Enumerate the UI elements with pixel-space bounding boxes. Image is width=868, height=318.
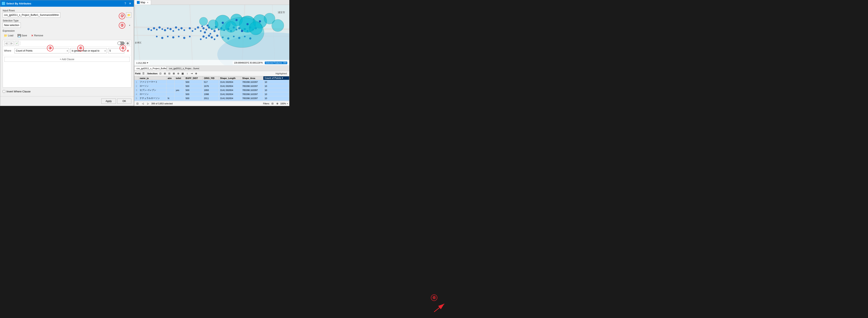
- svg-point-23: [189, 27, 191, 29]
- table-nav-prev[interactable]: ◁: [141, 101, 145, 105]
- remove-clause-button[interactable]: ✕: [125, 49, 130, 53]
- cell-buff-dist: 500: [184, 84, 203, 88]
- table-row[interactable]: 5 ナチュラルローソン N 500 2011 3141.592654 78539…: [134, 96, 289, 100]
- table-tool-btn-9[interactable]: ⇥: [190, 71, 194, 75]
- table-tab-2[interactable]: cvs_jgd2011_s_Projec...SummarizeWithin ✕: [167, 66, 199, 70]
- operator-select-wrapper: is greater than or equal to: [70, 48, 107, 54]
- field-toolbar-label: Field:: [135, 72, 141, 75]
- toggle-switch[interactable]: [117, 41, 125, 45]
- col-atm[interactable]: atm: [166, 76, 175, 80]
- cell-atm: [166, 80, 175, 84]
- svg-point-10: [206, 29, 207, 30]
- cell-orig-fid: 1998: [203, 92, 219, 96]
- selection-type-select[interactable]: New selection: [3, 23, 21, 28]
- col-shape-area[interactable]: Shape_Area: [241, 76, 264, 80]
- input-rows-section: Input Rows cvs_jgd2011_s_Project_Buffer1…: [3, 9, 131, 18]
- svg-point-53: [206, 37, 207, 39]
- expr-validate-btn[interactable]: ✓: [14, 41, 19, 45]
- table-tool-btn-6[interactable]: ⊚: [176, 71, 180, 75]
- col-shape-length[interactable]: Shape_Length: [219, 76, 241, 80]
- load-button[interactable]: 📁 Load: [3, 33, 14, 38]
- value-select[interactable]: 5: [108, 48, 124, 54]
- remove-button[interactable]: ✕ Remove: [30, 33, 44, 38]
- expr-btn-2[interactable]: ▷: [9, 41, 14, 45]
- table-tool-btn-2[interactable]: ⊡: [158, 71, 162, 75]
- remove-label: Remove: [34, 34, 43, 37]
- svg-point-86: [259, 20, 261, 23]
- save-button[interactable]: 💾 Save: [16, 33, 28, 38]
- expr-btn-1[interactable]: ◁: [4, 41, 8, 45]
- cell-buff-dist: 500: [184, 80, 203, 84]
- svg-point-49: [153, 27, 155, 29]
- svg-point-81: [199, 17, 208, 26]
- svg-point-40: [178, 29, 180, 30]
- cell-shape-len: 3141.592654: [219, 84, 241, 88]
- apply-button[interactable]: Apply: [101, 98, 116, 104]
- table-tool-btn-4[interactable]: ⊟: [167, 71, 172, 75]
- cell-toilet: [175, 84, 184, 88]
- selected-features-badge: Selected Features: 399: [265, 62, 287, 64]
- dialog-title: Select By Attributes: [6, 2, 31, 5]
- cell-toilet: [175, 96, 184, 100]
- field-select[interactable]: Count of Points: [14, 48, 69, 54]
- add-clause-button[interactable]: + Add Clause: [4, 57, 129, 62]
- close-button[interactable]: ✕: [128, 1, 132, 5]
- help-button[interactable]: ?: [123, 1, 127, 5]
- scale-dropdown-icon[interactable]: ▾: [147, 62, 148, 64]
- map-toolbar: 1:212,350 ▾: [135, 61, 149, 65]
- filters-label: Filters:: [263, 102, 270, 105]
- svg-point-22: [192, 30, 193, 32]
- input-rows-select[interactable]: cvs_jgd2011_s_Project_Buffer1_SummarizeW…: [3, 12, 60, 18]
- table-row[interactable]: 3 セブン-イレブン yes 500 1893 3141.592654 7853…: [134, 88, 289, 92]
- cell-orig-fid: 517: [203, 80, 219, 84]
- cell-toilet: [175, 92, 184, 96]
- col-name-ja[interactable]: name_ja: [138, 76, 166, 80]
- input-rows-wrapper: cvs_jgd2011_s_Project_Buffer1_SummarizeW…: [3, 12, 125, 18]
- svg-point-51: [147, 28, 150, 30]
- table-tool-btn-8[interactable]: ↕: [185, 71, 189, 75]
- save-label: Save: [22, 34, 27, 37]
- settings-button[interactable]: ⚙: [125, 41, 130, 45]
- table-row[interactable]: 1 ファミリーマート 500 517 3141.592654 785398.16…: [134, 80, 289, 84]
- map-container[interactable]: 小平市 Kodaira-Shi 府中市 多摩区 浦安市 東京ディズニーリゾート …: [134, 5, 289, 65]
- table-tool-btn-5[interactable]: ⊠: [172, 71, 176, 75]
- table-tool-btn-3[interactable]: ⊞: [163, 71, 167, 75]
- map-tab-close-icon[interactable]: ✕: [147, 1, 148, 4]
- cell-count: 10: [264, 88, 289, 92]
- ok-button[interactable]: OK: [117, 98, 131, 104]
- col-toilet[interactable]: toilet: [175, 76, 184, 80]
- table-tool-btn-7[interactable]: ▦: [181, 71, 185, 75]
- cell-toilet: yes: [175, 88, 184, 92]
- cell-shape-area: 785398.163397: [241, 80, 264, 84]
- dialog-titlebar: Select By Attributes ? ✕: [0, 0, 134, 7]
- table-row[interactable]: 4 ローソン 500 1998 3141.592654 785398.16339…: [134, 92, 289, 96]
- invert-checkbox[interactable]: [3, 90, 5, 93]
- table-nav-next[interactable]: ▷: [146, 101, 150, 105]
- filter-btn-1[interactable]: ⊟: [271, 101, 275, 105]
- svg-point-21: [197, 26, 199, 29]
- table-tool-btn-1[interactable]: ☰: [141, 71, 145, 75]
- table-nav-first[interactable]: ⊡: [135, 101, 140, 105]
- map-svg: 小平市 Kodaira-Shi 府中市 多摩区 浦安市 東京ディズニーリゾート: [134, 5, 289, 65]
- browse-button[interactable]: 📁: [126, 12, 131, 18]
- svg-point-45: [164, 29, 166, 31]
- svg-point-87: [241, 30, 243, 32]
- data-table[interactable]: name_ja atm toilet BUFF_DIST ORIG_FID Sh…: [134, 76, 289, 101]
- table-row[interactable]: 2 ローソン 500 1676 3141.592654 785398.16339…: [134, 84, 289, 88]
- load-icon: 📁: [4, 34, 7, 37]
- cell-count: 10: [264, 92, 289, 96]
- cell-atm: [166, 88, 175, 92]
- table-tab-1[interactable]: cvs_jgd2011_s_Project_Buffer1: [134, 66, 167, 70]
- cell-shape-len: 3141.592654: [219, 80, 241, 84]
- table-tool-btn-10[interactable]: ⊕: [194, 71, 198, 75]
- operator-select[interactable]: is greater than or equal to: [70, 48, 107, 54]
- col-orig-fid[interactable]: ORIG_FID: [203, 76, 219, 80]
- col-count-points[interactable]: Count of Points ▾: [264, 76, 289, 80]
- col-buff-dist[interactable]: BUFF_DIST: [184, 76, 203, 80]
- cell-shape-area: 785398.163397: [241, 84, 264, 88]
- where-label: Where: [4, 49, 13, 52]
- dialog-icon: [2, 2, 5, 5]
- map-tab[interactable]: Map ✕: [134, 0, 151, 5]
- filter-btn-2[interactable]: ⊕: [275, 101, 279, 105]
- map-tab-bar: Map ✕: [134, 0, 289, 5]
